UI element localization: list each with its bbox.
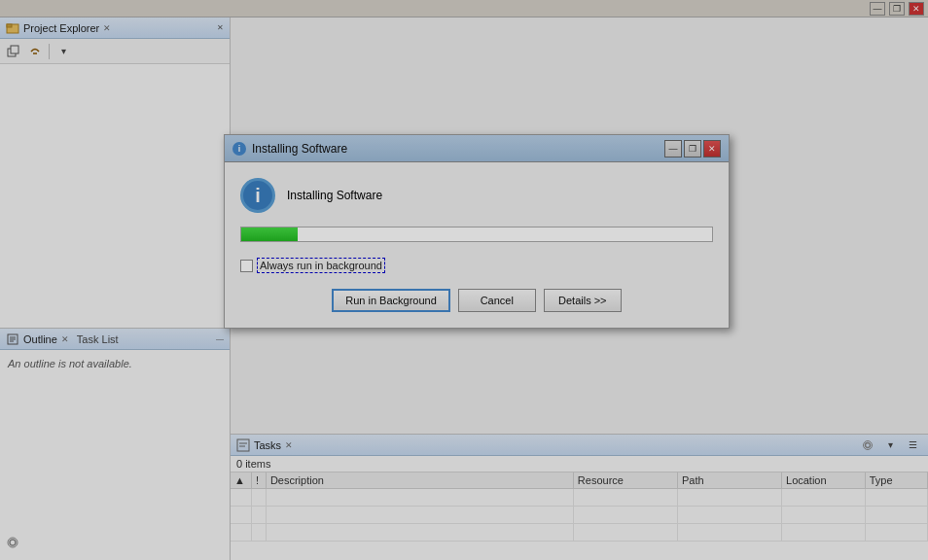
modal-overlay	[0, 0, 928, 560]
